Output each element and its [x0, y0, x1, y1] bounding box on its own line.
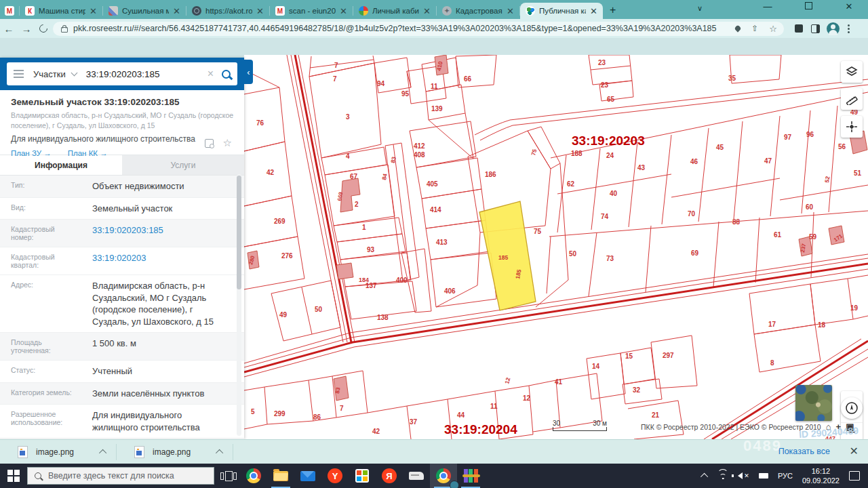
tab-close-icon[interactable]: ✕ — [256, 6, 264, 16]
measure-button[interactable] — [841, 88, 863, 110]
taskbar-app-ybrowser[interactable]: Y — [321, 464, 349, 488]
search-category-select[interactable]: Участки — [33, 69, 66, 79]
browser-tab[interactable]: Публичная кадастров✕ — [520, 3, 603, 19]
taskbar-search-box[interactable]: Введите здесь текст для поиска — [27, 467, 214, 485]
parcel-number-label: 24 — [606, 152, 614, 159]
taskbar-app-mail[interactable] — [294, 464, 321, 488]
gmail-favicon: M — [275, 6, 285, 16]
preview-icon[interactable] — [205, 139, 214, 148]
taskbar-app-yandex[interactable]: Я — [376, 464, 403, 488]
search-result-card[interactable]: Земельный участок 33:19:020203:185 Влади… — [0, 90, 244, 155]
panel-scrollbar[interactable] — [237, 174, 241, 436]
tab-close-icon[interactable]: ✕ — [340, 6, 347, 16]
profile-avatar[interactable] — [827, 22, 840, 35]
window-close-button[interactable]: ✕ — [841, 1, 857, 12]
browser-tab[interactable]: https://akot.rosmintru✕ — [186, 3, 269, 19]
window-minimize-button[interactable]: — — [760, 1, 776, 12]
browser-tab[interactable]: Mscan - eiun200381@g✕ — [270, 3, 353, 19]
parcel-number-label: 49 — [279, 311, 288, 319]
parcel-number-label: 11 — [431, 83, 438, 90]
task-view-button[interactable] — [217, 471, 240, 481]
start-button[interactable] — [0, 464, 27, 488]
new-tab-button[interactable]: + — [610, 4, 616, 16]
forward-icon[interactable]: → — [18, 23, 35, 35]
table-row: Статус:Учтенный — [0, 361, 244, 383]
download-menu-chevron-icon[interactable] — [99, 449, 106, 457]
taskbar-app-chrome[interactable] — [240, 464, 267, 488]
show-all-downloads-link[interactable]: Показать все — [778, 447, 830, 456]
cadastral-map[interactable]: 7642269276280495077394951113966410467266… — [244, 55, 868, 439]
browser-menu-icon[interactable] — [848, 24, 850, 33]
padlock-icon[interactable] — [61, 27, 68, 33]
map-attribution: ПКК © Росреестр 2010-2022 | ЕЭКО © Росре… — [641, 422, 854, 432]
browser-tab[interactable]: ✦Кадастровая карта | О✕ — [437, 3, 519, 19]
parcel-number-label: 413 — [436, 239, 448, 246]
map-canvas[interactable]: 7642269276280495077394951113966410467266… — [244, 55, 868, 439]
volume-muted-icon[interactable]: ✕ — [738, 472, 749, 479]
taskbar-app-explorer[interactable] — [267, 464, 294, 488]
explorer-icon — [273, 471, 288, 481]
reload-icon[interactable] — [38, 23, 50, 35]
search-icon[interactable] — [222, 70, 231, 79]
home-icon[interactable]: ⌂ — [826, 422, 831, 432]
device-icon[interactable] — [759, 473, 768, 479]
extensions-icon[interactable] — [795, 24, 803, 33]
tab-services[interactable]: Услуги — [122, 155, 244, 175]
crosshair-small-icon[interactable]: + — [836, 422, 842, 432]
minimap-satellite-thumbnail[interactable] — [795, 385, 832, 421]
search-input[interactable]: 33:19:020203:185 — [86, 69, 208, 79]
url-text[interactable]: pkk.rosreestr.ru/#/search/56.43425187741… — [73, 24, 724, 33]
language-indicator[interactable]: РУС — [778, 472, 793, 480]
location-pin-icon[interactable] — [734, 24, 742, 32]
browser-tab[interactable]: Личный кабинет - Со✕ — [353, 3, 436, 19]
position-button[interactable] — [841, 397, 863, 419]
locate-button[interactable] — [841, 116, 863, 138]
row-value: 1 500 кв. м — [80, 333, 244, 360]
tray-chevron-icon[interactable] — [701, 473, 708, 481]
plan-link[interactable]: План ЗУ → — [11, 149, 52, 157]
search-bar[interactable]: Участки 33:19:020203:185 × — [7, 62, 237, 85]
panel-collapse-button[interactable]: ‹ — [244, 60, 253, 84]
side-panel-icon[interactable] — [811, 24, 820, 33]
browser-tab[interactable]: Сушильная машина Б✕ — [103, 3, 186, 19]
browser-tab[interactable]: КМашина стирально-о✕ — [20, 3, 102, 19]
tab-close-icon[interactable]: ✕ — [507, 6, 514, 16]
layers-button[interactable] — [841, 61, 863, 83]
download-item[interactable]: image.png — [117, 440, 233, 464]
notification-center-icon[interactable] — [849, 471, 860, 481]
parcel-number-label: 12 — [503, 377, 511, 385]
taskbar-app-winrar[interactable] — [457, 464, 484, 488]
menu-icon[interactable] — [14, 70, 24, 78]
favorite-star-icon[interactable]: ☆ — [223, 137, 232, 149]
taskbar-app-fax[interactable] — [403, 464, 430, 488]
pinned-tab[interactable]: M — [0, 3, 19, 19]
parcel-address: Владимирская область, р-н Суздальский, М… — [11, 110, 236, 130]
table-row: Тип:Объект недвижимости — [0, 176, 244, 198]
window-maximize-button[interactable] — [800, 1, 816, 12]
close-downloads-icon[interactable]: ✕ — [850, 445, 859, 458]
bookmark-star-icon[interactable]: ☆ — [769, 24, 777, 34]
tab-close-icon[interactable]: ✕ — [423, 6, 431, 16]
plan-link[interactable]: План КК → — [68, 149, 108, 157]
scrollbar-thumb[interactable] — [237, 176, 241, 289]
clock[interactable]: 16:12 09.09.2022 — [802, 466, 840, 486]
chevron-down-icon[interactable] — [71, 70, 77, 77]
clear-search-icon[interactable]: × — [208, 68, 214, 80]
parcel-number-label: 139 — [431, 105, 443, 113]
url-bar[interactable]: pkk.rosreestr.ru/#/search/56.43425187741… — [53, 22, 784, 36]
tab-close-icon[interactable]: ✕ — [173, 6, 180, 16]
share-icon[interactable]: ⇧ — [751, 24, 758, 33]
row-value[interactable]: 33:19:020203:185 — [80, 220, 244, 247]
wifi-icon[interactable] — [717, 472, 728, 480]
tab-close-icon[interactable]: ✕ — [590, 6, 597, 16]
taskbar-app-store[interactable] — [349, 464, 376, 488]
basemap-icon[interactable]: ▣ — [846, 422, 854, 432]
row-value[interactable]: 33:19:020203 — [80, 247, 244, 274]
download-item[interactable]: image.png — [0, 440, 116, 464]
tab-information[interactable]: Информация — [0, 155, 122, 175]
back-icon[interactable]: ← — [0, 23, 18, 35]
taskbar-app-chrome2[interactable] — [430, 464, 457, 488]
download-menu-chevron-icon[interactable] — [216, 449, 223, 457]
tab-search-chevron-icon[interactable]: ∨ — [697, 4, 703, 13]
tab-close-icon[interactable]: ✕ — [90, 6, 97, 16]
